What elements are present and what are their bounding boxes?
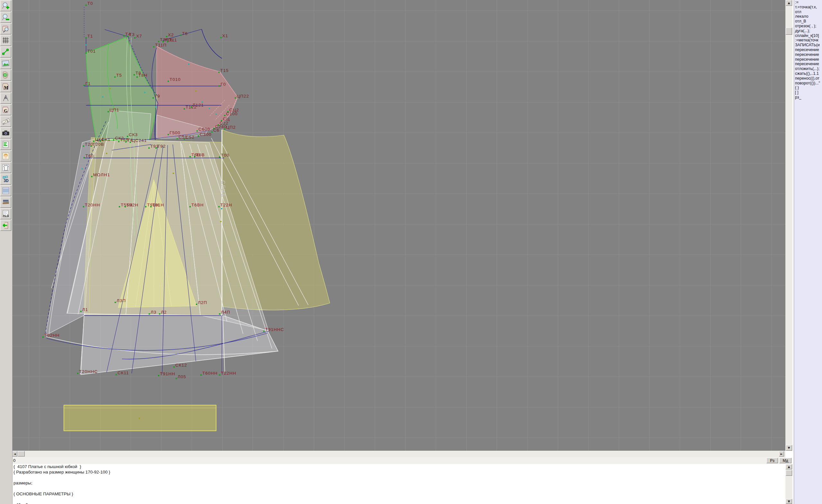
svg-text:ALG: ALG (3, 214, 9, 217)
command-item[interactable]: отложить(,..); (794, 66, 822, 71)
zoom-out-button[interactable] (0, 12, 11, 23)
point-marker (209, 108, 210, 109)
point-label: Х2 (168, 32, 174, 37)
command-item[interactable]: дуга(,..); (794, 29, 822, 33)
text-scroll-up-button[interactable]: ▲ (786, 464, 792, 469)
point-marker (145, 206, 146, 207)
point-label: Х7 (136, 34, 142, 38)
preview-pan-button[interactable] (0, 23, 11, 34)
rz-button[interactable]: Рз (766, 458, 778, 463)
command-item[interactable]: рз_ (794, 95, 822, 100)
command-item[interactable]: сжать((),..1.1 (794, 71, 822, 76)
command-item[interactable]: { } (794, 85, 822, 90)
command-item[interactable]: отл (794, 10, 822, 14)
point-label: С100 (226, 111, 238, 116)
point-marker (219, 313, 220, 315)
command-item[interactable]: лекало (794, 14, 822, 19)
text-scroll-down-button[interactable]: ▼ (786, 499, 792, 504)
canvas-hscroll-thumb[interactable] (18, 451, 25, 457)
point-marker (42, 337, 44, 338)
books-button[interactable] (0, 197, 11, 208)
blue-table-button[interactable] (0, 185, 11, 196)
command-item[interactable]: т.=точка(т.х, (794, 5, 822, 10)
point-label: ЦС241 (132, 138, 147, 143)
point-marker (220, 221, 222, 222)
point-marker (136, 76, 138, 78)
scroll-right-button[interactable]: ► (779, 451, 784, 457)
measure-line-button[interactable] (0, 47, 11, 57)
picture-button[interactable] (0, 58, 11, 69)
point-label: Л05 (177, 374, 186, 379)
point-label: Т20ННС (79, 369, 98, 374)
pattern-shape (106, 110, 151, 140)
camera-button[interactable] (0, 127, 11, 138)
program-text-area[interactable]: { 4107 Платье с пышной юбкой }{ Разработ… (12, 464, 785, 504)
pattern-g-button[interactable]: G (0, 104, 11, 115)
command-item[interactable]: отл_В (794, 19, 822, 24)
point-label: С52 (185, 135, 194, 140)
canvas-vscrollbar[interactable]: ▲ ▼ (785, 0, 792, 451)
md-button[interactable]: Мд (779, 458, 792, 463)
scroll-left-button[interactable]: ◄ (12, 451, 17, 457)
point-marker (119, 206, 120, 207)
point-label: Т9 (154, 94, 160, 98)
code-line (12, 497, 785, 502)
point-marker (196, 130, 198, 132)
point-marker (90, 145, 92, 147)
point-label: Т11П (155, 43, 167, 47)
ruler-button[interactable]: 78 (0, 116, 11, 127)
garment-sketch-icon (2, 163, 10, 172)
point-marker (235, 97, 236, 98)
point-marker (167, 41, 168, 42)
canvas-vscroll-thumb[interactable] (786, 28, 792, 35)
command-item[interactable]: [ ] (794, 90, 822, 95)
scroll-down-button[interactable]: ▼ (786, 445, 792, 451)
point-marker (221, 208, 222, 209)
point-marker (176, 138, 178, 139)
exit-arrow-icon (2, 221, 10, 229)
command-item[interactable]: := (794, 0, 822, 5)
text-vscroll-thumb[interactable] (786, 470, 792, 476)
point-label: Т91ННС (265, 327, 284, 332)
portrait-button[interactable] (0, 150, 11, 161)
point-label: Л3 (150, 310, 156, 315)
svg-text:8: 8 (7, 120, 8, 122)
algorithm-button[interactable]: ALG (0, 208, 11, 219)
point-marker (115, 374, 117, 375)
command-item[interactable]: пересечение (794, 62, 822, 66)
drawing-canvas[interactable]: Т0Т1Т01Т4Т3Х7Х2Т6Х1Т14Т16Т11Т11ПТ5Т8Т8НТ… (12, 0, 785, 451)
grid-button[interactable] (0, 35, 11, 46)
scroll-up-button[interactable]: ▲ (786, 0, 792, 6)
point-label: Т91НН (160, 372, 175, 376)
command-item[interactable]: пересечение (794, 47, 822, 52)
command-item[interactable]: сплайн_к[10] (794, 33, 822, 38)
zoom-in-button[interactable] (0, 0, 11, 11)
pattern-m-button[interactable]: M (0, 81, 11, 92)
svg-text:3D: 3D (4, 178, 9, 183)
report-table-icon (2, 140, 10, 149)
command-item[interactable]: перенос((),от (794, 76, 822, 81)
point-marker (152, 97, 154, 98)
point-marker (85, 37, 87, 38)
view-3d-button[interactable]: 3D (0, 174, 11, 184)
point-marker (83, 85, 85, 86)
command-item[interactable]: пересечение (794, 57, 822, 62)
arrow-right-icon: ► (781, 452, 783, 456)
command-item[interactable]: поворот(())..." (794, 81, 822, 86)
pattern-piece-button[interactable] (0, 70, 11, 81)
text-vscrollbar[interactable]: ▲ ▼ (785, 464, 792, 504)
command-item[interactable]: :=метка(точк (794, 38, 822, 43)
report-table-button[interactable] (0, 139, 11, 150)
point-marker (127, 36, 128, 37)
command-item[interactable]: ЗАПИСАТЬ(и (794, 43, 822, 47)
command-item[interactable]: пересечение (794, 52, 822, 57)
canvas-hscrollbar[interactable]: ◄ ► (12, 451, 785, 457)
point-marker (134, 37, 135, 38)
exit-button[interactable] (0, 220, 11, 231)
arrow-up-icon: ▲ (788, 465, 790, 468)
command-item[interactable]: отрезок( , ); (794, 24, 822, 29)
point-marker (130, 141, 131, 143)
garment-sketch-button[interactable] (0, 162, 11, 173)
point-marker (115, 302, 116, 303)
drafting-tools-button[interactable]: А (0, 93, 11, 104)
